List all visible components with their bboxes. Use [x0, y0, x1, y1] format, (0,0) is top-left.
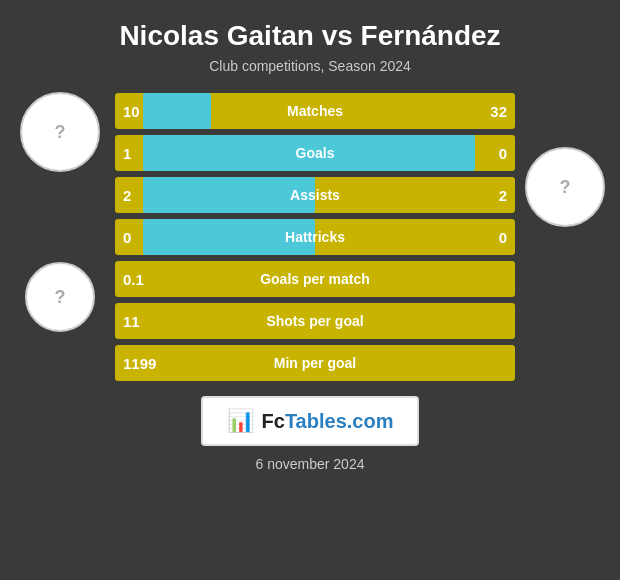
avatar-left-top: ? [20, 92, 100, 172]
stat-row: 11Shots per goal [115, 302, 515, 340]
brand-icon: 📊 [227, 408, 254, 434]
avatar-left-bottom: ? [25, 262, 95, 332]
avatar-right: ? [525, 147, 605, 227]
stat-row: 1199Min per goal [115, 344, 515, 382]
brand-name: FcTables.com [262, 410, 394, 433]
left-avatars: ? ? [10, 92, 110, 332]
stat-row: 0.1Goals per match [115, 260, 515, 298]
stat-row: 0Hattricks0 [115, 218, 515, 256]
subtitle: Club competitions, Season 2024 [209, 58, 411, 74]
stat-row: 1Goals0 [115, 134, 515, 172]
stat-row: 2Assists2 [115, 176, 515, 214]
stats-container: 10Matches321Goals02Assists20Hattricks00.… [110, 92, 520, 382]
date-text: 6 november 2024 [256, 456, 365, 472]
page-title: Nicolas Gaitan vs Fernández [119, 20, 500, 52]
stat-row: 10Matches32 [115, 92, 515, 130]
right-avatars: ? [520, 92, 610, 227]
bottom-section: 📊 FcTables.com 6 november 2024 [0, 382, 620, 472]
brand-box: 📊 FcTables.com [201, 396, 420, 446]
